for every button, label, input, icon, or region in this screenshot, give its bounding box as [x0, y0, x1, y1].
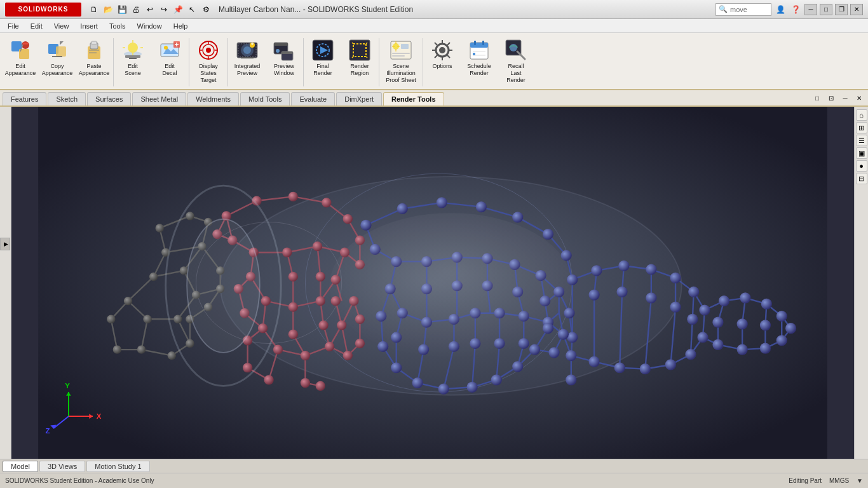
- tab-surfaces[interactable]: Surfaces: [87, 92, 131, 105]
- edit-decal-button[interactable]: EditDecal: [152, 36, 187, 81]
- edit-scene-button[interactable]: EditScene: [115, 36, 151, 81]
- restore-btn[interactable]: ❐: [835, 4, 848, 15]
- schedule-render-button[interactable]: ScheduleRender: [461, 36, 497, 81]
- paste-appearance-label: PasteAppearance: [79, 63, 110, 77]
- svg-point-299: [476, 201, 487, 212]
- viewport[interactable]: X Y Z: [11, 107, 854, 459]
- svg-point-358: [588, 356, 599, 367]
- print-btn[interactable]: 🖨: [130, 3, 142, 16]
- rebuild-btn[interactable]: ⚙: [200, 3, 212, 16]
- new-btn[interactable]: 🗋: [88, 3, 100, 16]
- tab-dimxpert[interactable]: DimXpert: [336, 92, 382, 105]
- svg-point-178: [264, 375, 273, 384]
- svg-text:Y: Y: [65, 382, 70, 390]
- rollback-icon[interactable]: ⊟: [856, 173, 867, 184]
- undo-btn[interactable]: ↩: [144, 3, 156, 16]
- svg-point-323: [566, 350, 576, 361]
- svg-rect-37: [392, 53, 410, 54]
- titlebar-right: 🔍 👤 ❓ ─ □ ❐ ✕: [715, 3, 863, 16]
- help-icon[interactable]: ❓: [789, 3, 802, 16]
- tab-model[interactable]: Model: [3, 461, 38, 472]
- search-box: 🔍: [715, 3, 771, 16]
- tab-mold-tools[interactable]: Mold Tools: [240, 92, 290, 105]
- open-btn[interactable]: 📂: [102, 3, 114, 16]
- close-btn[interactable]: ✕: [850, 4, 863, 15]
- statusbar: SOLIDWORKS Student Edition - Academic Us…: [0, 473, 868, 488]
- tab-motion-study[interactable]: Motion Study 1: [86, 461, 149, 472]
- svg-point-368: [712, 316, 723, 327]
- svg-point-376: [330, 213, 573, 358]
- units-display: MMGS: [829, 477, 849, 484]
- tab-render-tools[interactable]: Render Tools: [383, 92, 444, 105]
- integrated-preview-icon: [236, 39, 259, 62]
- units-arrow[interactable]: ▼: [857, 477, 863, 484]
- menu-view[interactable]: View: [49, 20, 74, 32]
- menu-tools[interactable]: Tools: [104, 20, 131, 32]
- svg-point-372: [760, 320, 771, 330]
- svg-point-349: [646, 264, 656, 274]
- ribbon-separator-1: [113, 38, 114, 86]
- panel-restore-btn[interactable]: ⊡: [825, 92, 837, 104]
- pin-btn[interactable]: 📌: [172, 3, 184, 16]
- preview-window-button[interactable]: PreviewWindow: [266, 36, 302, 81]
- recall-last-render-button[interactable]: RecallLastRender: [498, 36, 534, 81]
- scene-illumination-label: SceneIlluminationProof Sheet: [386, 63, 416, 83]
- paste-appearance-icon: [83, 39, 105, 62]
- menu-help[interactable]: Help: [168, 20, 193, 32]
- maximize-btn[interactable]: □: [820, 4, 832, 15]
- panel-minimize-btn[interactable]: ─: [839, 92, 851, 104]
- view-orientation-icon[interactable]: ⌂: [856, 109, 867, 121]
- svg-point-350: [670, 273, 681, 283]
- cursor-btn[interactable]: ↖: [186, 3, 198, 16]
- app-logo: SOLIDWORKS: [5, 3, 81, 17]
- tab-evaluate[interactable]: Evaluate: [291, 92, 335, 105]
- scene-illumination-button[interactable]: SceneIlluminationProof Sheet: [381, 36, 421, 81]
- page-indicator[interactable]: ▶: [0, 238, 10, 250]
- menu-file[interactable]: File: [3, 20, 24, 32]
- final-render-icon: [311, 39, 334, 62]
- tab-weldments[interactable]: Weldments: [187, 92, 239, 105]
- preview-window-label: PreviewWindow: [274, 63, 294, 77]
- display-states-target-button[interactable]: DisplayStatesTarget: [191, 36, 226, 81]
- copy-appearance-button[interactable]: CopyAppearance: [39, 36, 75, 81]
- svg-rect-36: [401, 44, 409, 49]
- svg-point-364: [719, 295, 729, 306]
- svg-point-151: [322, 198, 331, 207]
- minimize-btn[interactable]: ─: [804, 4, 817, 15]
- options-button[interactable]: Options: [424, 36, 460, 81]
- menu-window[interactable]: Window: [132, 20, 167, 32]
- menu-edit[interactable]: Edit: [25, 20, 48, 32]
- tab-3d-views[interactable]: 3D Views: [39, 461, 85, 472]
- hide-show-icon[interactable]: ☰: [856, 135, 867, 146]
- display-style-icon[interactable]: ⊞: [856, 122, 867, 133]
- svg-point-170: [325, 342, 334, 351]
- svg-point-360: [640, 363, 651, 374]
- menu-insert[interactable]: Insert: [75, 20, 103, 32]
- render-region-button[interactable]: RenderRegion: [342, 36, 377, 81]
- panel-x-btn[interactable]: ✕: [853, 92, 865, 104]
- user-icon[interactable]: 👤: [774, 3, 787, 16]
- section-view-icon[interactable]: ▣: [856, 147, 867, 159]
- status-text: SOLIDWORKS Student Edition - Academic Us…: [5, 477, 154, 484]
- svg-point-78: [124, 297, 132, 305]
- ribbon-separator-4: [303, 38, 304, 86]
- edit-appearance-icon: [9, 39, 32, 62]
- tab-sheet-metal[interactable]: Sheet Metal: [132, 92, 186, 105]
- right-panel: ⌂ ⊞ ☰ ▣ ● ⊟: [854, 107, 868, 459]
- panel-close-btn[interactable]: □: [811, 92, 824, 104]
- redo-btn[interactable]: ↪: [158, 3, 170, 16]
- view-settings-icon[interactable]: ●: [856, 160, 867, 172]
- tab-sketch[interactable]: Sketch: [48, 92, 86, 105]
- integrated-preview-button[interactable]: IntegratedPreview: [229, 36, 265, 81]
- svg-point-91: [168, 351, 176, 360]
- tab-features[interactable]: Features: [3, 92, 46, 105]
- search-input[interactable]: [730, 6, 768, 13]
- final-render-button[interactable]: FinalRender: [305, 36, 341, 81]
- edit-appearance-button[interactable]: EditAppearance: [3, 36, 38, 81]
- svg-text:Z: Z: [46, 427, 50, 435]
- save-btn[interactable]: 💾: [116, 3, 128, 16]
- svg-point-82: [173, 315, 182, 323]
- svg-point-375: [785, 323, 796, 334]
- options-icon: [431, 39, 454, 62]
- paste-appearance-button[interactable]: PasteAppearance: [76, 36, 112, 81]
